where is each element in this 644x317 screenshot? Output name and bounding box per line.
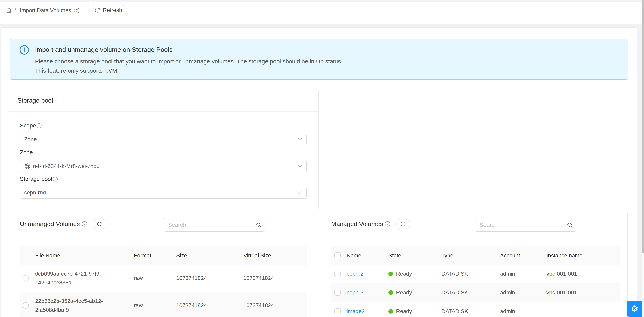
svg-text:?: ? bbox=[76, 9, 78, 13]
